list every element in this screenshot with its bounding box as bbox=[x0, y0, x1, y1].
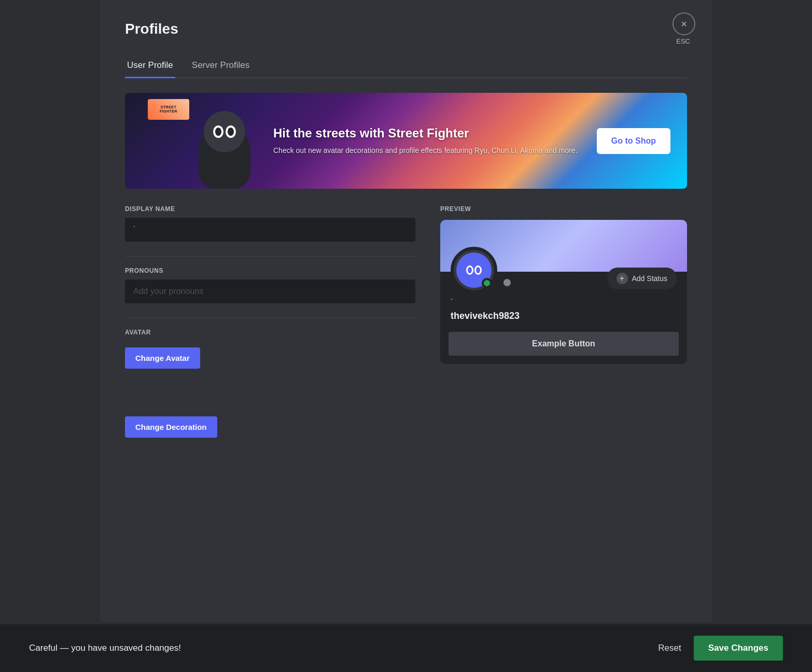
left-column: DISPLAY NAME PRONOUNS AVATAR Change Avat… bbox=[125, 205, 415, 438]
tab-server-profiles[interactable]: Server Profiles bbox=[190, 54, 251, 78]
avatar-label: AVATAR bbox=[125, 329, 415, 336]
preview-display-char: ˙ bbox=[451, 298, 677, 309]
preview-label: PREVIEW bbox=[440, 205, 687, 213]
mascot-head bbox=[204, 111, 245, 152]
unsaved-changes-text: Careful — you have unsaved changes! bbox=[29, 643, 181, 653]
preview-card: + Add Status ˙ thevivekch9823 Example Bu… bbox=[440, 220, 687, 364]
preview-avatar bbox=[451, 247, 497, 293]
mascot-face-svg bbox=[209, 121, 240, 142]
go-to-shop-button[interactable]: Go to Shop bbox=[597, 128, 670, 154]
preview-avatar-area: + Add Status bbox=[440, 247, 687, 293]
banner-text-area: Hit the streets with Street Fighter Chec… bbox=[261, 126, 580, 156]
display-name-label: DISPLAY NAME bbox=[125, 205, 415, 213]
svg-point-7 bbox=[476, 267, 480, 273]
close-button[interactable]: × bbox=[673, 12, 695, 35]
profiles-modal: Profiles × ESC User Profile Server Profi… bbox=[100, 0, 712, 622]
small-status-dot bbox=[503, 279, 511, 286]
add-status-button[interactable]: + Add Status bbox=[607, 268, 677, 289]
svg-point-2 bbox=[215, 128, 221, 136]
save-changes-button[interactable]: Save Changes bbox=[694, 636, 783, 661]
divider-2 bbox=[125, 318, 415, 318]
tabs-container: User Profile Server Profiles bbox=[125, 54, 687, 78]
decoration-section: Change Decoration bbox=[125, 410, 415, 438]
preview-username-area: ˙ thevivekch9823 bbox=[440, 293, 687, 326]
mascot-body bbox=[199, 127, 250, 189]
banner-description: Check out new avatar decorations and pro… bbox=[273, 146, 580, 156]
bottom-actions: Reset Save Changes bbox=[658, 636, 783, 661]
page-title: Profiles bbox=[125, 21, 687, 37]
bottom-bar: Careful — you have unsaved changes! Rese… bbox=[0, 624, 812, 672]
banner-title: Hit the streets with Street Fighter bbox=[273, 126, 580, 141]
change-avatar-button[interactable]: Change Avatar bbox=[125, 347, 200, 369]
discord-icon-svg bbox=[464, 262, 484, 278]
svg-point-3 bbox=[228, 128, 234, 136]
svg-point-6 bbox=[468, 267, 472, 273]
online-status-dot bbox=[482, 278, 492, 288]
example-button[interactable]: Example Button bbox=[449, 332, 679, 356]
pronouns-label: PRONOUNS bbox=[125, 267, 415, 274]
display-name-input[interactable] bbox=[125, 218, 415, 242]
esc-label: ESC bbox=[676, 37, 690, 45]
tab-user-profile[interactable]: User Profile bbox=[125, 54, 175, 78]
banner-image-area: STREETFIGHTER bbox=[142, 93, 261, 189]
change-decoration-button[interactable]: Change Decoration bbox=[125, 416, 217, 438]
mascot-wrapper bbox=[199, 127, 250, 189]
promo-banner: STREETFIGHTER Hit the streets with St bbox=[125, 93, 687, 189]
display-name-field: DISPLAY NAME bbox=[125, 205, 415, 246]
add-status-plus-icon: + bbox=[617, 273, 628, 284]
pronouns-field: PRONOUNS bbox=[125, 267, 415, 307]
content-row: DISPLAY NAME PRONOUNS AVATAR Change Avat… bbox=[125, 205, 687, 438]
pronouns-input[interactable] bbox=[125, 279, 415, 303]
avatar-section: AVATAR Change Avatar bbox=[125, 329, 415, 369]
close-icon: × bbox=[681, 19, 687, 29]
right-column: PREVIEW bbox=[440, 205, 687, 438]
divider-1 bbox=[125, 256, 415, 257]
reset-button[interactable]: Reset bbox=[658, 643, 681, 653]
preview-username: thevivekch9823 bbox=[451, 311, 677, 321]
sf-logo: STREETFIGHTER bbox=[148, 99, 189, 120]
add-status-label: Add Status bbox=[632, 274, 668, 283]
